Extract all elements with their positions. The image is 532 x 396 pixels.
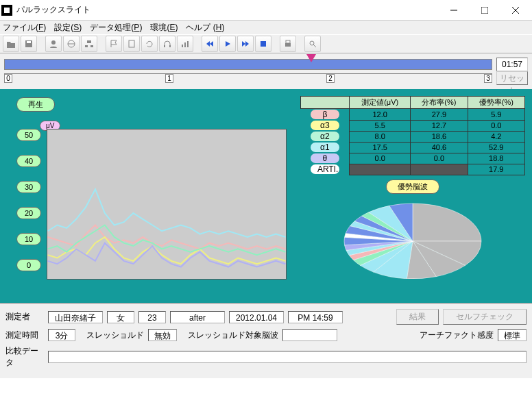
close-button[interactable] <box>500 1 531 20</box>
data-panel: 測定値(μV) 分布率(%) 優勢率(%) β12.027.95.9α35.51… <box>300 96 525 296</box>
threshold-field: 無効 <box>148 329 177 341</box>
compare-label: 比較データ <box>5 345 44 369</box>
meastime-field: 3分 <box>48 329 75 341</box>
col-dominant: 優勢率(%) <box>468 97 524 109</box>
ytick-20: 20 <box>16 207 41 219</box>
time-ruler: 0 1 2 3 <box>4 73 492 84</box>
save-icon[interactable] <box>21 36 37 52</box>
chart-icon[interactable] <box>177 36 193 52</box>
forward-button[interactable] <box>237 36 254 52</box>
headphones-icon[interactable] <box>159 36 176 52</box>
play-label: 再生 <box>16 97 55 112</box>
cell: 17.5 <box>350 142 411 153</box>
app-icon <box>1 5 12 16</box>
ytick-30: 30 <box>16 181 41 193</box>
artifact-field: 標準 <box>498 329 527 341</box>
y-axis: 50 40 30 20 10 0 <box>16 129 41 271</box>
svg-rect-12 <box>129 40 134 47</box>
cell: 8.0 <box>350 131 411 142</box>
svg-rect-11 <box>90 45 93 47</box>
row-label-α1: α1 <box>311 143 339 152</box>
name-field: 山田奈緒子 <box>48 311 103 323</box>
main-panel: 再生 μV 50 40 30 20 10 0 測定値(μV) 分布率(%) 優勢… <box>0 89 532 303</box>
cell: 5.9 <box>468 109 524 121</box>
pie-chart <box>341 197 485 279</box>
tick-2: 2 <box>326 74 335 83</box>
compare-field <box>48 351 527 363</box>
cell: 0.0 <box>350 153 411 164</box>
cell: 18.8 <box>468 153 524 164</box>
menu-settings[interactable]: 設定(S) <box>54 22 82 34</box>
result-button[interactable]: 結果 <box>396 309 439 325</box>
tick-1: 1 <box>165 74 173 83</box>
titlebar: パルラックスライト <box>0 0 532 21</box>
selfcheck-button[interactable]: セルフチェック <box>443 309 527 325</box>
date-field: 2012.01.04 <box>229 311 284 323</box>
refresh-icon[interactable] <box>141 36 158 52</box>
svg-rect-18 <box>261 41 266 47</box>
svg-rect-5 <box>27 41 31 43</box>
network-icon[interactable] <box>81 36 97 52</box>
minimize-button[interactable] <box>438 1 469 20</box>
ytick-10: 10 <box>16 233 41 245</box>
cell: 40.6 <box>411 142 468 153</box>
svg-rect-16 <box>184 42 186 47</box>
svg-line-22 <box>313 45 316 47</box>
svg-rect-14 <box>169 45 171 47</box>
svg-point-6 <box>51 40 56 45</box>
rewind-button[interactable] <box>202 36 218 52</box>
col-dist: 分布率(%) <box>411 97 468 109</box>
maximize-button[interactable] <box>469 1 500 20</box>
phase-field: after <box>170 311 225 323</box>
toolbar <box>0 34 532 53</box>
row-label-θ: θ <box>311 153 339 163</box>
progress-bar[interactable] <box>4 59 492 70</box>
meastime-label: 測定時間 <box>5 330 44 341</box>
row-label-α3: α3 <box>311 121 339 130</box>
row-label-ARTI.: ARTI. <box>311 164 339 174</box>
svg-rect-1 <box>481 7 488 14</box>
cell: 4.2 <box>468 131 524 142</box>
threshold-label: スレッショルド <box>86 330 144 341</box>
play-button[interactable] <box>219 36 236 52</box>
menu-env[interactable]: 環境(E) <box>150 22 178 34</box>
cell: 0.0 <box>411 153 468 164</box>
cell: 12.7 <box>411 120 468 131</box>
reset-button[interactable]: リセット <box>496 71 528 85</box>
info-panel: 測定者 山田奈緒子 女 23 after 2012.01.04 PM 14:59… <box>0 303 532 378</box>
menu-file[interactable]: ファイル(F) <box>3 22 46 34</box>
print-icon[interactable] <box>280 36 296 52</box>
pie-title: 優勢脳波 <box>300 180 525 194</box>
page-icon[interactable] <box>123 36 140 52</box>
user-icon[interactable] <box>45 36 62 52</box>
flag-icon[interactable] <box>106 36 122 52</box>
tick-0: 0 <box>4 74 12 83</box>
progress-marker[interactable] <box>306 54 316 62</box>
row-label-β: β <box>311 110 339 119</box>
open-icon[interactable] <box>3 36 19 52</box>
svg-rect-15 <box>182 45 183 47</box>
waveform-chart <box>47 129 287 280</box>
col-measure: 測定値(μV) <box>350 97 411 109</box>
globe-icon[interactable] <box>63 36 80 52</box>
tick-3: 3 <box>484 74 492 83</box>
waveform-panel: 再生 μV 50 40 30 20 10 0 <box>7 96 295 296</box>
window-title: パルラックスライト <box>16 4 438 16</box>
cell: 18.6 <box>411 131 468 142</box>
svg-rect-13 <box>164 45 165 47</box>
threshold-wave-label: スレッショルド対象脳波 <box>188 330 278 341</box>
measurement-table: 測定値(μV) 分布率(%) 優勢率(%) β12.027.95.9α35.51… <box>300 96 525 175</box>
svg-rect-10 <box>85 45 88 47</box>
cell: 0.0 <box>468 120 524 131</box>
search-icon[interactable] <box>304 36 321 52</box>
menu-data[interactable]: データ処理(P) <box>90 22 142 34</box>
cell: 27.9 <box>411 109 468 121</box>
age-field: 23 <box>138 311 166 323</box>
menu-help[interactable]: ヘルプ (H) <box>186 22 224 34</box>
sex-field: 女 <box>107 311 134 323</box>
stop-button[interactable] <box>255 36 271 52</box>
artifact-label: アーチファクト感度 <box>420 330 494 341</box>
ytick-0: 0 <box>16 259 41 271</box>
ytick-40: 40 <box>16 155 41 167</box>
progress-area: 01:57 0 1 2 3 リセット <box>0 53 532 89</box>
